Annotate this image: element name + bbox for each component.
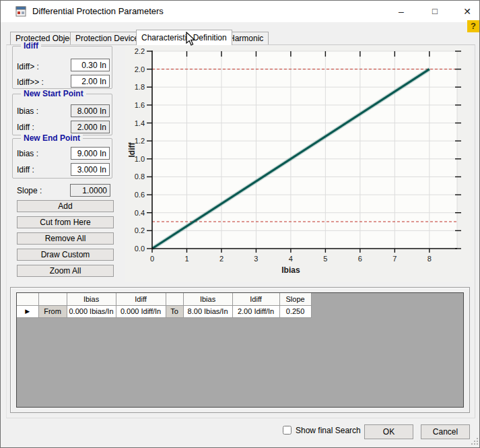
minimize-icon[interactable]: – bbox=[390, 1, 413, 22]
window-title: Differential Protection Parameters bbox=[32, 1, 164, 22]
close-icon[interactable]: ✕ bbox=[456, 1, 479, 22]
show-final-search-label: Show final Search bbox=[296, 426, 361, 435]
header-to[interactable] bbox=[166, 293, 183, 305]
mouse-cursor-icon bbox=[184, 32, 198, 46]
slope-label: Slope : bbox=[17, 186, 42, 195]
svg-text:5: 5 bbox=[323, 255, 327, 263]
group-new-start-point-title: New Start Point bbox=[21, 89, 86, 98]
resize-grip[interactable] bbox=[471, 437, 479, 445]
header-ibias-from[interactable]: Ibias bbox=[67, 293, 116, 305]
slope-field[interactable] bbox=[70, 184, 110, 197]
svg-text:3: 3 bbox=[254, 255, 258, 263]
svg-text:Ibias: Ibias bbox=[281, 265, 300, 275]
add-button[interactable]: Add bbox=[17, 200, 114, 212]
idiff-gtgt-field[interactable] bbox=[71, 75, 110, 88]
svg-text:6: 6 bbox=[358, 255, 362, 263]
svg-text:1: 1 bbox=[184, 255, 188, 263]
cancel-button[interactable]: Cancel bbox=[421, 424, 470, 439]
table-row: ▶ From 0.000 Ibias/In 0.000 Idiff/In To … bbox=[17, 305, 311, 317]
header-row-selector[interactable] bbox=[17, 293, 38, 305]
cell-ibias-from[interactable]: 0.000 Ibias/In bbox=[67, 305, 116, 317]
svg-text:7: 7 bbox=[392, 255, 397, 263]
start-ibias-label: Ibias : bbox=[17, 106, 38, 116]
cut-from-here-button[interactable]: Cut from Here bbox=[17, 216, 114, 228]
characteristic-chart[interactable]: 0.00.20.40.60.81.01.21.41.61.82.02.20123… bbox=[125, 45, 472, 282]
idiff-gtgt-label: Idiff>> : bbox=[17, 77, 44, 87]
idiff-gt-field[interactable] bbox=[71, 59, 110, 71]
tab-protection-device[interactable]: Protection Device bbox=[70, 32, 144, 45]
segments-grid[interactable]: Ibias Idiff Ibias Idiff Slope ▶ From 0.0… bbox=[16, 292, 464, 408]
svg-text:0: 0 bbox=[150, 255, 154, 263]
start-idiff-field[interactable] bbox=[71, 121, 110, 133]
header-ibias-to[interactable]: Ibias bbox=[183, 293, 232, 305]
start-ibias-field[interactable] bbox=[71, 104, 110, 117]
svg-text:2.0: 2.0 bbox=[135, 65, 145, 73]
end-ibias-label: Ibias : bbox=[17, 149, 38, 158]
app-icon bbox=[15, 6, 26, 17]
cell-from-label[interactable]: From bbox=[38, 305, 67, 317]
group-idiff-title: Idiff bbox=[21, 41, 41, 51]
svg-text:2.2: 2.2 bbox=[135, 47, 145, 55]
svg-text:0.6: 0.6 bbox=[135, 191, 145, 199]
svg-text:8: 8 bbox=[427, 255, 432, 263]
svg-text:2: 2 bbox=[219, 255, 224, 263]
maximize-icon[interactable]: □ bbox=[423, 1, 446, 22]
title-bar: Differential Protection Parameters – □ ✕ bbox=[1, 1, 479, 22]
show-final-search-checkbox[interactable] bbox=[283, 426, 292, 435]
end-idiff-label: Idiff : bbox=[17, 165, 34, 174]
cell-idiff-from[interactable]: 0.000 Idiff/In bbox=[116, 305, 166, 317]
cell-idiff-to[interactable]: 2.00 Idiff/In bbox=[232, 305, 279, 317]
svg-text:1.6: 1.6 bbox=[135, 101, 145, 109]
dialog-window: Differential Protection Parameters – □ ✕… bbox=[0, 0, 480, 448]
header-from[interactable] bbox=[38, 293, 67, 305]
svg-text:0.0: 0.0 bbox=[135, 245, 145, 253]
svg-text:0.4: 0.4 bbox=[135, 209, 145, 217]
svg-text:0.8: 0.8 bbox=[135, 172, 145, 181]
end-idiff-field[interactable] bbox=[71, 163, 110, 176]
header-idiff-from[interactable]: Idiff bbox=[116, 293, 166, 305]
svg-text:1.8: 1.8 bbox=[135, 83, 145, 91]
row-selector-arrow-icon[interactable]: ▶ bbox=[17, 305, 38, 317]
ok-button[interactable]: OK bbox=[364, 424, 413, 439]
zoom-all-button[interactable]: Zoom All bbox=[17, 265, 114, 277]
group-new-end-point-title: New End Point bbox=[21, 133, 83, 143]
segments-panel: Ibias Idiff Ibias Idiff Slope ▶ From 0.0… bbox=[10, 287, 470, 413]
idiff-gt-label: Idiff> : bbox=[17, 62, 39, 71]
help-button[interactable]: ? bbox=[467, 20, 479, 32]
cell-ibias-to[interactable]: 8.00 Ibias/In bbox=[183, 305, 232, 317]
cell-to-label[interactable]: To bbox=[166, 305, 183, 317]
table-header-row: Ibias Idiff Ibias Idiff Slope bbox=[17, 293, 311, 305]
cell-slope[interactable]: 0.250 bbox=[279, 305, 311, 317]
draw-custom-button[interactable]: Draw Custom bbox=[17, 249, 114, 261]
svg-text:4: 4 bbox=[289, 255, 293, 263]
remove-all-button[interactable]: Remove All bbox=[17, 232, 114, 245]
header-idiff-to[interactable]: Idiff bbox=[232, 293, 279, 305]
start-idiff-label: Idiff : bbox=[17, 123, 34, 132]
segments-table: Ibias Idiff Ibias Idiff Slope ▶ From 0.0… bbox=[17, 293, 312, 318]
svg-text:1.4: 1.4 bbox=[135, 119, 145, 127]
end-ibias-field[interactable] bbox=[71, 147, 110, 160]
svg-text:0.2: 0.2 bbox=[135, 226, 145, 234]
header-slope[interactable]: Slope bbox=[279, 293, 311, 305]
svg-text:Idiff: Idiff bbox=[127, 142, 137, 158]
